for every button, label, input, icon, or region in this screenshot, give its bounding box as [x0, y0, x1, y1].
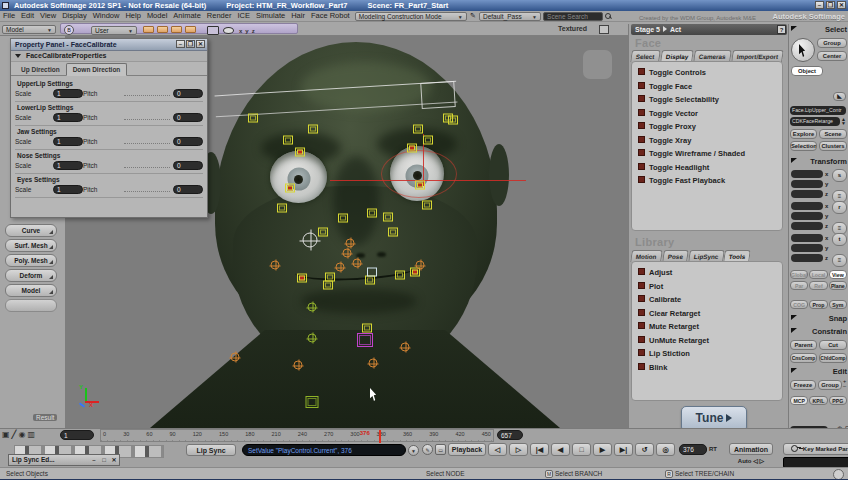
maximize-icon[interactable]: ❐	[826, 1, 835, 9]
face-marker-circ[interactable]	[401, 343, 410, 352]
pass-dropdown[interactable]: Default_Pass▼	[479, 12, 541, 21]
minwin-restore-icon[interactable]: –	[89, 455, 99, 465]
prop-button[interactable]: Prop	[809, 300, 827, 309]
lip-sync-button[interactable]: Lip Sync	[186, 444, 236, 456]
object-button[interactable]: Object	[791, 66, 823, 76]
face-marker-box[interactable]	[362, 324, 372, 333]
axis-toggle-group[interactable]: xyz	[239, 26, 258, 35]
visibility-icon[interactable]	[223, 27, 234, 34]
face-marker-circ[interactable]	[416, 261, 425, 270]
pitch-input[interactable]: 0	[173, 113, 203, 122]
translate-menu-button[interactable]: ≡	[832, 254, 847, 267]
clusters-button[interactable]: Clusters	[819, 141, 847, 151]
plus-minus-icon[interactable]: +–	[843, 379, 846, 389]
transform-value-y-4[interactable]	[791, 212, 823, 220]
tab-mcp[interactable]: MCP	[790, 396, 808, 405]
menu-help[interactable]: Help	[125, 11, 140, 20]
chldcomp-button[interactable]: ChldComp	[819, 353, 847, 363]
face-marker-circg[interactable]	[308, 303, 317, 312]
frame-step-back-button[interactable]: ◁	[488, 443, 507, 456]
toolbar-swatch-button[interactable]	[171, 26, 182, 33]
face-marker-circ[interactable]	[294, 361, 303, 370]
face-marker-box[interactable]	[388, 228, 398, 237]
menu-animate[interactable]: Animate	[173, 11, 201, 20]
frame-step-forward-button[interactable]: ▷	[509, 443, 528, 456]
face-marker-box[interactable]	[323, 281, 333, 290]
face-marker-box[interactable]	[365, 276, 375, 285]
face-marker-circ[interactable]	[271, 261, 280, 270]
current-frame-field[interactable]: 376	[679, 444, 707, 455]
stop-button[interactable]: □	[572, 443, 591, 456]
pass-edit-icon[interactable]: ✎	[469, 11, 477, 21]
face-marker-box[interactable]	[318, 228, 328, 237]
cnscomp-button[interactable]: CnsComp	[790, 353, 817, 363]
minimized-lipsync-window[interactable]: Lip Sync Ed... ✕ □ –	[8, 454, 120, 466]
library-item-unmute-retarget[interactable]: UnMute Retarget	[638, 334, 782, 348]
library-item-mute-retarget[interactable]: Mute Retarget	[638, 320, 782, 334]
group-button[interactable]: Group	[817, 38, 847, 48]
face-marker-box[interactable]	[383, 213, 393, 222]
scale-input[interactable]: 1	[53, 89, 83, 98]
panel-maximize-icon[interactable]: ❐	[186, 40, 195, 48]
face-marker-circg[interactable]	[308, 334, 317, 343]
scale-input[interactable]: 1	[53, 113, 83, 122]
pitch-input[interactable]: 0	[173, 161, 203, 170]
face-marker-boxg[interactable]	[306, 396, 319, 408]
view-mode-label[interactable]: Textured	[558, 25, 587, 32]
face-marker-box[interactable]	[367, 209, 377, 218]
face-marker-circ[interactable]	[353, 259, 362, 268]
tab-kpl[interactable]: KP/L	[809, 396, 827, 405]
face-marker-box[interactable]	[423, 136, 433, 145]
direction-tab-up-direction[interactable]: Up Direction	[15, 64, 66, 75]
go-to-start-button[interactable]: |◀	[530, 443, 549, 456]
face-item-toggle-face[interactable]: Toggle Face	[638, 80, 782, 94]
face-marker-circ[interactable]	[336, 263, 345, 272]
face-marker-box[interactable]	[248, 114, 258, 123]
menu-edit[interactable]: Edit	[21, 11, 34, 20]
explore-button[interactable]: Explore	[790, 129, 817, 139]
constrain-section-header[interactable]: Constrain	[791, 327, 847, 336]
face-marker-box[interactable]	[448, 116, 458, 125]
keyframe-box-icon[interactable]: ▭	[435, 444, 446, 455]
face-marker-box[interactable]	[338, 214, 348, 223]
cut-button[interactable]: Cut	[819, 340, 847, 350]
stage-bar[interactable]: Stage 5Act ?	[631, 24, 787, 35]
face-item-toggle-proxy[interactable]: Toggle Proxy	[638, 120, 782, 134]
translate-tool-button[interactable]: t	[832, 233, 847, 246]
face-marker-box[interactable]	[283, 136, 293, 145]
face-marker-boxr[interactable]	[407, 144, 417, 153]
transform-value-z-2[interactable]	[791, 190, 823, 198]
display-icon[interactable]	[207, 26, 219, 35]
tool-surf-mesh[interactable]: Surf. Mesh	[5, 239, 57, 252]
help-button[interactable]: ?	[777, 25, 786, 34]
facecalibrate-section-header[interactable]: FaceCalibrateProperties	[11, 51, 207, 62]
menu-hair[interactable]: Hair	[291, 11, 305, 20]
face-item-toggle-fast-playback[interactable]: Toggle Fast Playback	[638, 174, 782, 188]
split-view-icon[interactable]: ▥	[27, 430, 37, 439]
menu-display[interactable]: Display	[62, 11, 87, 20]
face-marker-box[interactable]	[395, 271, 405, 280]
minwin-maximize-icon[interactable]: □	[99, 455, 109, 465]
start-frame-field[interactable]: 1	[60, 430, 94, 440]
close-icon[interactable]: ✕	[837, 1, 846, 9]
sym-button[interactable]: Sym	[829, 300, 847, 309]
face-item-toggle-wireframe-shaded[interactable]: Toggle Wireframe / Shaded	[638, 147, 782, 161]
menu-ice[interactable]: ICE	[237, 11, 250, 20]
brush-icon[interactable]: ✎	[422, 444, 433, 455]
transform-value-x-3[interactable]	[791, 202, 823, 210]
model-mode-dropdown[interactable]: Model▼	[2, 25, 56, 34]
go-to-end-button[interactable]: ▶|	[614, 443, 633, 456]
transform-value-z-5[interactable]	[791, 222, 823, 230]
animation-menu-button[interactable]: Animation	[729, 443, 773, 455]
audio-mute-button[interactable]: ◎	[656, 443, 675, 456]
edit-group-button[interactable]: Group	[818, 380, 842, 390]
pointer-mini-button[interactable]: ◣	[833, 92, 846, 101]
library-item-clear-retarget[interactable]: Clear Retarget	[638, 307, 782, 321]
direction-tab-down-direction[interactable]: Down Direction	[66, 63, 128, 76]
library-item-plot[interactable]: Plot	[638, 280, 782, 294]
tab-ppg[interactable]: PPG	[829, 396, 847, 405]
face-marker-boxr[interactable]	[285, 184, 295, 193]
timeline-ruler[interactable]: 0306090120150180210240270300330360390420…	[100, 429, 494, 442]
scale-input[interactable]: 1	[53, 185, 83, 194]
cog-button[interactable]: COG	[790, 300, 808, 309]
